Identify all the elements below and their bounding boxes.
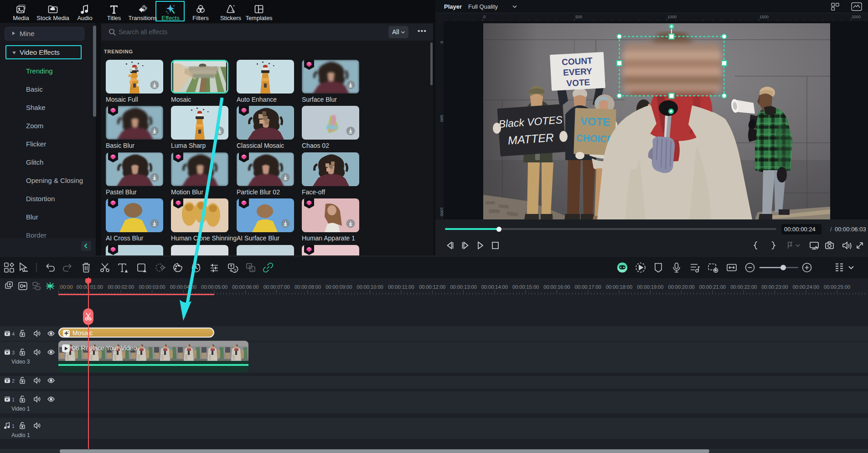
- svg-text:00:00:07:00: 00:00:07:00: [264, 284, 290, 290]
- svg-text:00:00:09:00: 00:00:09:00: [326, 284, 352, 290]
- svg-text:00:00:23:00: 00:00:23:00: [761, 284, 788, 290]
- svg-text:00:00:22:00: 00:00:22:00: [730, 284, 757, 290]
- svg-text:00:00:02:00: 00:00:02:00: [108, 284, 134, 290]
- svg-text:00:00:21:00: 00:00:21:00: [699, 284, 726, 290]
- svg-text:00:00:25:00: 00:00:25:00: [824, 284, 850, 290]
- svg-text:00:00:15:00: 00:00:15:00: [512, 284, 539, 290]
- svg-text:2000: 2000: [852, 15, 861, 19]
- svg-text:1500: 1500: [760, 15, 769, 19]
- svg-text:0: 0: [439, 41, 444, 43]
- svg-text:3: 3: [12, 350, 15, 355]
- svg-text:2: 2: [12, 378, 15, 384]
- svg-text:1000: 1000: [667, 15, 677, 19]
- svg-text:COUNT: COUNT: [562, 56, 593, 67]
- svg-text:VOTE: VOTE: [580, 115, 610, 128]
- svg-text:00:00:11:00: 00:00:11:00: [388, 284, 414, 290]
- svg-text:Audio 1: Audio 1: [11, 432, 30, 438]
- svg-text:00:00:03:00: 00:00:03:00: [139, 284, 165, 290]
- svg-text:Video 1: Video 1: [11, 406, 30, 412]
- svg-text:00:00:10:00: 00:00:10:00: [357, 284, 383, 290]
- svg-text:00:00:13:00: 00:00:13:00: [450, 284, 476, 290]
- svg-text:1: 1: [12, 423, 15, 429]
- svg-text:00:00:12:00: 00:00:12:00: [419, 284, 445, 290]
- svg-text:1000: 1000: [439, 207, 444, 216]
- svg-text:00:00:06:00: 00:00:06:00: [232, 284, 258, 290]
- svg-text:00:00:18:00: 00:00:18:00: [606, 284, 632, 290]
- svg-text:A: A: [251, 268, 254, 272]
- svg-text::00:00: :00:00: [59, 284, 73, 290]
- svg-text:500: 500: [575, 15, 582, 19]
- svg-text:00:00:19:00: 00:00:19:00: [637, 284, 663, 290]
- svg-text:0: 0: [483, 15, 486, 19]
- svg-text:00:00:05:00: 00:00:05:00: [201, 284, 227, 290]
- svg-text:00:00:08:00: 00:00:08:00: [294, 284, 321, 290]
- svg-text:4: 4: [12, 331, 15, 337]
- svg-text:00:00:20:00: 00:00:20:00: [668, 284, 695, 290]
- svg-text:00:00:01:00: 00:00:01:00: [77, 284, 103, 290]
- svg-text:00:00:24:00: 00:00:24:00: [793, 284, 819, 290]
- svg-text:500: 500: [439, 115, 444, 122]
- svg-text:00:00:17:00: 00:00:17:00: [575, 284, 601, 290]
- svg-text:00:00:04:00: 00:00:04:00: [170, 284, 196, 290]
- svg-text:00:00:14:00: 00:00:14:00: [481, 284, 508, 290]
- svg-text:00:00:16:00: 00:00:16:00: [543, 284, 570, 290]
- svg-text:EVERY: EVERY: [563, 66, 593, 77]
- svg-text:Video 3: Video 3: [11, 359, 30, 365]
- svg-text:VOTE: VOTE: [566, 78, 590, 89]
- svg-text:T: T: [234, 268, 237, 273]
- svg-text:1: 1: [12, 397, 15, 402]
